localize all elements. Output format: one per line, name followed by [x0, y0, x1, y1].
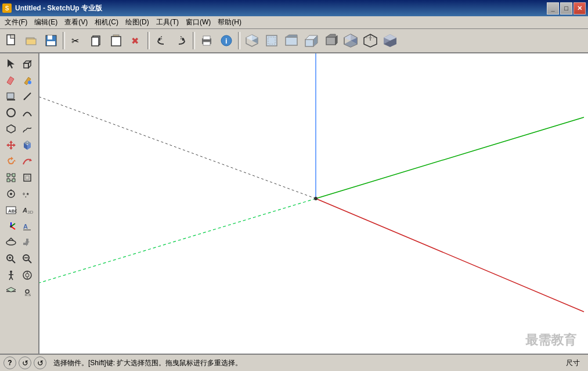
- svg-rect-3: [26, 39, 36, 45]
- svg-rect-49: [7, 93, 14, 99]
- menu-file[interactable]: 文件(F): [1, 16, 31, 28]
- view-front-button[interactable]: [282, 31, 301, 50]
- undo-button[interactable]: [152, 31, 171, 50]
- separator-2: [147, 32, 150, 49]
- rotate-tool[interactable]: [3, 153, 19, 170]
- svg-marker-46: [28, 61, 31, 68]
- svg-marker-21: [246, 35, 252, 41]
- view-section-button[interactable]: [341, 31, 360, 50]
- print-button[interactable]: [197, 31, 216, 50]
- view-shaded-button[interactable]: [381, 31, 399, 50]
- orbit-tool[interactable]: [3, 235, 19, 251]
- svg-point-80: [10, 225, 12, 228]
- dimension-tool[interactable]: A: [19, 218, 35, 235]
- svg-rect-65: [7, 179, 10, 182]
- zoomextent-tool[interactable]: [19, 251, 35, 267]
- svg-rect-15: [203, 42, 210, 45]
- window-controls[interactable]: _ □ ✕: [547, 2, 586, 15]
- polygon-tool[interactable]: [3, 121, 19, 137]
- svg-marker-60: [13, 160, 16, 161]
- redo-button[interactable]: [172, 31, 190, 50]
- section-plane-tool[interactable]: [3, 283, 19, 300]
- open-button[interactable]: [22, 31, 41, 50]
- minimize-button[interactable]: _: [547, 2, 559, 15]
- menu-window[interactable]: 窗口(W): [182, 16, 214, 28]
- green-axis-lower-left: [39, 199, 316, 283]
- svg-marker-30: [326, 34, 336, 37]
- maximize-button[interactable]: □: [560, 2, 572, 15]
- svg-rect-44: [24, 63, 28, 68]
- svg-rect-14: [203, 36, 210, 39]
- svg-line-89: [28, 260, 31, 263]
- svg-rect-9: [92, 37, 99, 46]
- pushpull-tool[interactable]: [19, 137, 35, 153]
- svg-text:°.*: °.*: [23, 192, 29, 199]
- menu-view[interactable]: 查看(V): [61, 16, 91, 28]
- text-tool[interactable]: ABC: [3, 202, 19, 218]
- pencil-tool[interactable]: [19, 88, 35, 105]
- svg-marker-55: [6, 141, 16, 150]
- close-button[interactable]: ✕: [573, 2, 586, 15]
- paint-tool[interactable]: [19, 72, 35, 88]
- svg-marker-47: [7, 77, 14, 85]
- svg-rect-64: [12, 174, 15, 177]
- save-button[interactable]: [42, 31, 60, 50]
- lookaround-tool[interactable]: [19, 267, 35, 283]
- statusbar-icons: ? ↺ ↺: [3, 356, 46, 369]
- canvas-area[interactable]: 最需教育: [39, 53, 588, 354]
- origin-point: [314, 197, 318, 200]
- select-tool[interactable]: [3, 56, 19, 72]
- axes-tool[interactable]: [3, 218, 19, 235]
- scale-tool[interactable]: [3, 170, 19, 186]
- status-icon-3[interactable]: ↺: [34, 356, 46, 369]
- main-toolbar: ✂ ✖ i: [0, 29, 588, 53]
- pan-tool[interactable]: [19, 235, 35, 251]
- menu-edit[interactable]: 编辑(E): [31, 16, 61, 28]
- walkthrough-tool[interactable]: [3, 267, 19, 283]
- status-bar: ? ↺ ↺ 选择物件。[Shift]键: 扩大选择范围。拖曳鼠标进行多重选择。 …: [0, 354, 588, 371]
- view-back-button[interactable]: [322, 31, 340, 50]
- svg-text:ABC: ABC: [8, 208, 17, 214]
- menu-draw[interactable]: 绘图(D): [122, 16, 153, 28]
- component-tool[interactable]: [19, 56, 35, 72]
- svg-point-48: [28, 81, 31, 84]
- view-wireframe-button[interactable]: [361, 31, 380, 50]
- cut-button[interactable]: ✂: [67, 31, 86, 50]
- status-icon-1[interactable]: ?: [3, 356, 16, 369]
- svg-rect-67: [24, 174, 31, 181]
- status-icon-2[interactable]: ↺: [19, 356, 31, 369]
- menu-camera[interactable]: 相机(C): [91, 16, 122, 28]
- view-iso-button[interactable]: [243, 31, 261, 50]
- offset-tool[interactable]: [19, 170, 35, 186]
- svg-marker-43: [8, 59, 15, 69]
- main-area: °.* ABC A3D A: [0, 53, 588, 354]
- 3dtext-tool[interactable]: A3D: [19, 202, 35, 218]
- line-tool[interactable]: [3, 88, 19, 105]
- arc-tool[interactable]: [19, 105, 35, 121]
- copy-button[interactable]: [87, 31, 106, 50]
- protractor-tool[interactable]: °.*: [19, 186, 35, 202]
- eraser-tool[interactable]: [3, 72, 19, 88]
- erase-button[interactable]: ✖: [127, 31, 145, 50]
- components-button[interactable]: [302, 31, 320, 50]
- svg-rect-29: [326, 37, 336, 45]
- svg-rect-63: [7, 174, 10, 177]
- move-tool[interactable]: [3, 137, 19, 153]
- new-button[interactable]: [2, 31, 21, 50]
- paste-button[interactable]: [107, 31, 125, 50]
- svg-text:3D: 3D: [27, 210, 33, 215]
- menu-tools[interactable]: 工具(T): [153, 16, 182, 28]
- model-info-button[interactable]: i: [217, 31, 236, 50]
- circle-tool[interactable]: [3, 105, 19, 121]
- tape-tool[interactable]: [3, 186, 19, 202]
- zoom-tool[interactable]: [3, 251, 19, 267]
- settings-tool[interactable]: R.S: [19, 283, 35, 300]
- svg-line-85: [12, 260, 15, 263]
- freehand-tool[interactable]: [19, 121, 35, 137]
- statusbar-text: 选择物件。[Shift]键: 扩大选择范围。拖曳鼠标进行多重选择。: [50, 358, 562, 368]
- view-top-button[interactable]: [262, 31, 281, 50]
- menu-help[interactable]: 帮助(H): [214, 16, 245, 28]
- svg-text:✖: ✖: [131, 36, 139, 46]
- svg-marker-25: [286, 35, 297, 37]
- followme-tool[interactable]: [19, 153, 35, 170]
